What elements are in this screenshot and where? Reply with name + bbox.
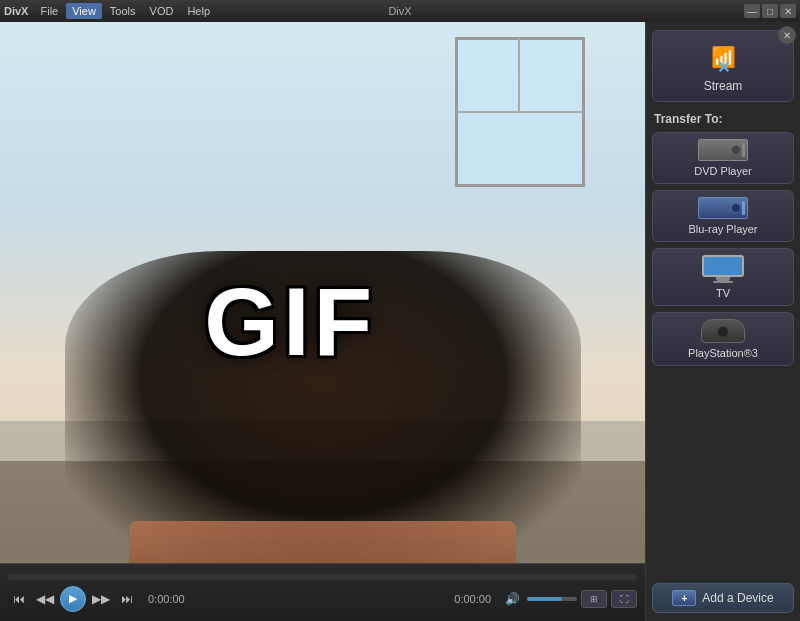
window-panes — [455, 37, 585, 187]
prev-button[interactable]: ⏮ — [8, 588, 30, 610]
progress-bar[interactable] — [8, 574, 637, 580]
title-bar-left: DivX File View Tools VOD Help — [4, 3, 216, 19]
dvd-player-button[interactable]: DVD Player — [652, 132, 794, 184]
play-button[interactable]: ▶ — [60, 586, 86, 612]
bluray-icon — [698, 197, 748, 219]
gif-overlay-text: GIF — [204, 267, 376, 377]
ps3-button[interactable]: PlayStation®3 — [652, 312, 794, 366]
dvd-icon — [698, 139, 748, 161]
add-device-button[interactable]: Add a Device — [652, 583, 794, 613]
app-brand: DivX — [4, 5, 28, 17]
menu-help[interactable]: Help — [181, 3, 216, 19]
title-bar: DivX File View Tools VOD Help DivX — □ ✕ — [0, 0, 800, 22]
forward-button[interactable]: ▶▶ — [90, 588, 112, 610]
menu-tools[interactable]: Tools — [104, 3, 142, 19]
volume-slider[interactable] — [527, 597, 577, 601]
controls-row: ⏮ ◀◀ ▶ ▶▶ ⏭ 0:00:00 0:00:00 🔊 ⊞ ⛶ — [8, 586, 637, 612]
stream-x-icon: ✕ — [717, 58, 730, 77]
menu-vod[interactable]: VOD — [144, 3, 180, 19]
time-end: 0:00:00 — [454, 593, 491, 605]
stream-label: Stream — [704, 79, 743, 93]
ps3-icon — [701, 319, 745, 343]
playback-controls: ⏮ ◀◀ ▶ ▶▶ ⏭ 0:00:00 0:00:00 🔊 ⊞ ⛶ — [0, 563, 645, 621]
close-button[interactable]: ✕ — [780, 4, 796, 18]
rewind-button[interactable]: ◀◀ — [34, 588, 56, 610]
volume-control[interactable] — [527, 597, 577, 601]
right-controls: ⊞ ⛶ — [581, 590, 637, 608]
next-button[interactable]: ⏭ — [116, 588, 138, 610]
stream-icon: 📶 ✕ — [703, 39, 743, 75]
volume-fill — [527, 597, 562, 601]
menu-view[interactable]: View — [66, 3, 102, 19]
transfer-label: Transfer To: — [652, 112, 794, 126]
tv-screen — [702, 255, 744, 277]
fullscreen-button[interactable]: ⛶ — [611, 590, 637, 608]
maximize-button[interactable]: □ — [762, 4, 778, 18]
view-mode-button[interactable]: ⊞ — [581, 590, 607, 608]
stream-button[interactable]: 📶 ✕ Stream — [652, 30, 794, 102]
tv-label: TV — [716, 287, 730, 299]
volume-icon[interactable]: 🔊 — [501, 588, 523, 610]
dvd-player-label: DVD Player — [694, 165, 751, 177]
sidebar-close-button[interactable]: ✕ — [778, 26, 796, 44]
right-sidebar: ✕ 📶 ✕ Stream Transfer To: DVD Player Blu… — [645, 22, 800, 621]
minimize-button[interactable]: — — [744, 4, 760, 18]
add-device-icon — [672, 590, 696, 606]
window-controls: — □ ✕ — [744, 4, 796, 18]
bluray-player-button[interactable]: Blu-ray Player — [652, 190, 794, 242]
menu-bar: File View Tools VOD Help — [34, 3, 216, 19]
window-title: DivX — [388, 5, 411, 17]
main-layout: GIF ⏮ ◀◀ ▶ ▶▶ ⏭ 0:00:00 0:00:00 🔊 — [0, 22, 800, 621]
tv-button[interactable]: TV — [652, 248, 794, 306]
time-start: 0:00:00 — [148, 593, 185, 605]
ps3-label: PlayStation®3 — [688, 347, 758, 359]
add-device-label: Add a Device — [702, 591, 773, 605]
video-area: GIF ⏮ ◀◀ ▶ ▶▶ ⏭ 0:00:00 0:00:00 🔊 — [0, 22, 645, 621]
tv-icon — [702, 255, 744, 283]
tv-base — [713, 281, 733, 283]
bluray-player-label: Blu-ray Player — [688, 223, 757, 235]
menu-file[interactable]: File — [34, 3, 64, 19]
